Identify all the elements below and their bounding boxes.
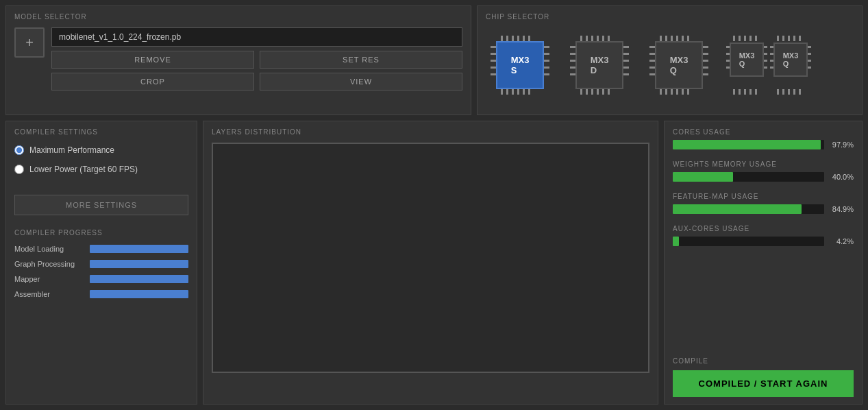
- pin: [788, 89, 790, 95]
- pin: [793, 89, 795, 95]
- progress-bar-bg-model-loading: [90, 245, 188, 253]
- chip-selector-title: CHIP SELECTOR: [486, 13, 854, 21]
- chip-mx3d[interactable]: MX3D: [565, 27, 634, 103]
- pin: [608, 36, 610, 41]
- pin: [703, 73, 708, 75]
- pin: [676, 36, 678, 41]
- pin: [755, 89, 757, 95]
- pin: [687, 89, 689, 95]
- cores-usage-bar-row: 97.9%: [673, 140, 854, 149]
- pin: [782, 89, 784, 95]
- pin: [597, 89, 599, 95]
- pin: [523, 36, 525, 41]
- pin: [649, 67, 655, 69]
- chip-mx3s[interactable]: MX3S: [486, 27, 554, 103]
- pin: [501, 36, 503, 41]
- pin: [744, 36, 746, 41]
- progress-name-graph-processing: Graph Processing: [14, 260, 83, 268]
- pin: [544, 46, 549, 48]
- progress-bar-fill-model-loading: [90, 245, 188, 253]
- pin: [660, 36, 662, 41]
- pin: [491, 46, 496, 48]
- pin: [586, 89, 588, 95]
- aux-cores-section: AUX-CORES USAGE 4.2%: [673, 225, 854, 246]
- pin: [788, 36, 790, 41]
- pin: [671, 89, 673, 95]
- compiler-settings-title: COMPILER SETTINGS: [14, 128, 188, 136]
- max-performance-option[interactable]: Maximum Performance: [14, 145, 188, 155]
- pin: [703, 46, 708, 48]
- pin: [602, 89, 604, 95]
- lower-power-option[interactable]: Lower Power (Target 60 FPS): [14, 165, 188, 174]
- pin: [749, 36, 752, 41]
- feature-map-value: 84.9%: [830, 205, 854, 213]
- pin: [623, 46, 629, 48]
- cores-usage-value: 97.9%: [830, 141, 854, 149]
- cores-usage-bar-bg: [673, 140, 824, 149]
- feature-map-bar-fill: [673, 204, 802, 214]
- set-res-button[interactable]: SET RES: [260, 51, 462, 69]
- chip-inner-mx3q2a: MX3Q: [730, 43, 764, 77]
- pin: [491, 73, 496, 75]
- pin: [739, 36, 741, 41]
- view-button[interactable]: VIEW: [260, 73, 462, 91]
- pin: [649, 73, 655, 75]
- aux-cores-bar-bg: [673, 237, 824, 246]
- layers-canvas: [212, 143, 649, 373]
- progress-bar-fill-mapper: [90, 275, 188, 283]
- progress-bar-fill-graph-processing: [90, 260, 188, 268]
- pin: [671, 36, 673, 41]
- pin: [517, 36, 519, 41]
- pin: [491, 67, 496, 69]
- weights-memory-bar-fill: [673, 172, 733, 182]
- chip-inner-mx3q1: MX3Q: [655, 41, 703, 89]
- max-performance-label: Maximum Performance: [29, 145, 114, 155]
- chip-mx3q1[interactable]: MX3Q: [645, 27, 713, 103]
- pin: [782, 36, 784, 41]
- aux-cores-bar-fill: [673, 237, 679, 246]
- feature-map-section: FEATURE-MAP USAGE 84.9%: [673, 193, 854, 214]
- pin: [506, 89, 508, 95]
- weights-memory-bar-bg: [673, 172, 824, 182]
- cores-usage-section: CORES USAGE 97.9%: [673, 128, 854, 149]
- pin: [777, 36, 779, 41]
- compile-button[interactable]: COMPILED / START AGAIN: [673, 370, 854, 397]
- chip-mx3q2[interactable]: MX3Q: [724, 27, 813, 103]
- progress-bar-bg-graph-processing: [90, 260, 188, 268]
- pin: [649, 46, 655, 48]
- pin: [649, 53, 655, 55]
- pin: [799, 89, 801, 95]
- layers-distribution-panel: LAYERS DISTRIBUTION: [203, 121, 658, 405]
- pin: [528, 89, 530, 95]
- aux-cores-label: AUX-CORES USAGE: [673, 225, 854, 232]
- pin: [703, 60, 708, 62]
- pin: [544, 60, 549, 62]
- pin: [491, 60, 496, 62]
- more-settings-button[interactable]: MORE SETTINGS: [14, 195, 188, 215]
- progress-name-assembler: Assembler: [14, 290, 83, 298]
- pin: [687, 36, 689, 41]
- progress-bar-bg-assembler: [90, 290, 188, 298]
- max-performance-radio[interactable]: [14, 145, 24, 155]
- model-selector-title: MODEL SELECTOR: [14, 13, 462, 21]
- aux-cores-value: 4.2%: [830, 237, 854, 245]
- pin: [744, 89, 746, 95]
- remove-button[interactable]: REMOVE: [51, 51, 254, 69]
- add-model-button[interactable]: +: [14, 27, 45, 58]
- compile-section: COMPILE COMPILED / START AGAIN: [673, 357, 854, 397]
- crop-button[interactable]: CROP: [51, 73, 254, 91]
- lower-power-radio[interactable]: [14, 165, 24, 174]
- pin: [623, 60, 629, 62]
- pin: [608, 89, 610, 95]
- compiler-progress-section: COMPILER PROGRESS Model Loading Graph Pr…: [14, 229, 188, 298]
- model-path-input[interactable]: [51, 27, 462, 47]
- pin: [676, 89, 678, 95]
- pin: [512, 89, 514, 95]
- weights-memory-bar-row: 40.0%: [673, 172, 854, 182]
- pin: [649, 60, 655, 62]
- pin: [580, 36, 582, 41]
- pin: [591, 89, 593, 95]
- pin: [544, 67, 549, 69]
- pin: [749, 89, 752, 95]
- performance-options: Maximum Performance Lower Power (Target …: [14, 145, 188, 174]
